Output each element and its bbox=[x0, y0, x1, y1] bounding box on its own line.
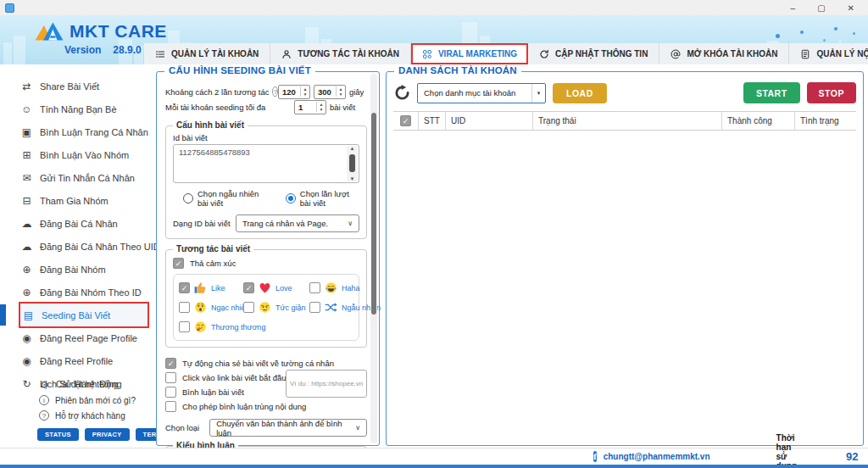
sidebar-item-dang-reel-profile[interactable]: ◉Đăng Reel Profile bbox=[20, 349, 147, 372]
accounts-table-header: STT UID Trạng thái Thành công Tình trạng bbox=[393, 111, 856, 131]
sidebar-item-tinh-nang-ban-be[interactable]: ☺Tính Năng Bạn Bè bbox=[20, 98, 147, 120]
skyline-decoration bbox=[3, 42, 12, 64]
post-id-input[interactable]: 1127564885478893 ▲▼ bbox=[173, 144, 359, 183]
spinner-arrows-icon[interactable]: ▲▼ bbox=[316, 102, 326, 112]
skyline-decoration bbox=[14, 36, 25, 64]
upload-cloud-icon: ☁ bbox=[20, 218, 33, 230]
auto-share-checkbox[interactable]: Tự động chia sẻ bài viết về tường cá nhâ… bbox=[165, 356, 367, 370]
maximize-button[interactable]: ▢ bbox=[817, 3, 825, 13]
column-header-uid: UID bbox=[446, 112, 533, 130]
max-seeding-input[interactable]: 1▲▼ bbox=[294, 100, 326, 114]
care-icon bbox=[194, 320, 207, 333]
tab-viral-marketing[interactable]: VIRAL MARKETING bbox=[411, 43, 528, 64]
app-title: MKT CARE bbox=[70, 21, 167, 42]
friends-icon: ☺ bbox=[20, 103, 33, 115]
tab-tuong-tac-tai-khoan[interactable]: TƯƠNG TÁC TÀI KHOẢN bbox=[270, 43, 411, 64]
haha-icon bbox=[325, 281, 337, 294]
comment-type-select[interactable]: Chuyển văn bản thành ảnh để bình luận∨ bbox=[209, 419, 367, 437]
select-all-checkbox[interactable] bbox=[393, 112, 419, 130]
comment-group-icon: ⊞ bbox=[20, 149, 33, 161]
sidebar-item-tham-gia-nhom[interactable]: ⊟Tham Gia Nhóm bbox=[20, 189, 147, 212]
id-type-select[interactable]: Trang cá nhân và Page.∨ bbox=[236, 214, 359, 232]
app-icon bbox=[5, 3, 14, 13]
allow-duplicate-checkbox[interactable]: Cho phép bình luận trùng nội dung bbox=[165, 399, 367, 414]
expiry-label: Thời hạn sử dụng còn : bbox=[776, 433, 797, 468]
spinner-arrows-icon[interactable]: ▲▼ bbox=[336, 86, 345, 97]
checkbox-unchecked-icon bbox=[179, 321, 190, 332]
textarea-scrollbar[interactable]: ▲▼ bbox=[347, 146, 358, 181]
status-button[interactable]: STATUS bbox=[37, 428, 79, 441]
reaction-love-checkbox[interactable]: Love bbox=[243, 281, 309, 294]
interaction-group: Tương tác bài viết Thả cảm xúc Like Love… bbox=[165, 249, 367, 348]
sidebar-item-gui-tin-nhan-ca-nhan[interactable]: ✉Gửi Tin Nhắn Cá Nhân bbox=[20, 166, 147, 189]
sidebar-item-dang-reel-page-profile[interactable]: ◉Đăng Reel Page Profile bbox=[20, 326, 147, 349]
checkbox-checked-icon bbox=[243, 282, 254, 293]
random-post-radio[interactable]: Chọn ngẫu nhiên bài viết bbox=[183, 189, 267, 208]
sidebar-item-binh-luan-vao-nhom[interactable]: ⊞Bình Luận Vào Nhóm bbox=[20, 143, 147, 166]
sidebar-item-dang-bai-ca-nhan-theo-uid[interactable]: ☁Đăng Bài Cá Nhân Theo UID bbox=[20, 235, 147, 258]
comment-type-label: Chọn loại bbox=[165, 423, 199, 432]
titlebar: – ▢ ✕ bbox=[0, 0, 868, 15]
interaction-title: Tương tác bài viết bbox=[173, 244, 253, 254]
checkbox-unchecked-icon bbox=[309, 302, 320, 313]
whats-new-link[interactable]: iPhiên bản mới có gì? bbox=[39, 395, 154, 405]
start-button[interactable]: START bbox=[743, 82, 800, 103]
dots-decoration bbox=[839, 41, 841, 42]
interval-max-input[interactable]: 300▲▼ bbox=[314, 85, 346, 99]
sidebar-item-share-bai-viet[interactable]: ⇄Share Bài Viết bbox=[20, 75, 147, 98]
sequential-post-radio[interactable]: Chọn lần lượt bài viết bbox=[286, 189, 359, 208]
seeding-config-panel: CẤU HÌNH SEEDING BÀI VIẾT Khoảng cách 2 … bbox=[156, 71, 380, 446]
close-button[interactable]: ✕ bbox=[848, 3, 854, 13]
tab-mo-khoa-tai-khoan[interactable]: MỞ KHÓA TÀI KHOẢN bbox=[659, 43, 789, 64]
chevron-down-icon: ∨ bbox=[348, 220, 353, 227]
checkbox-unchecked-icon bbox=[165, 401, 176, 412]
interval-label: Khoảng cách 2 lần tương tác bbox=[165, 87, 269, 97]
checkbox-checked-icon bbox=[173, 258, 184, 269]
config-scrollbar[interactable] bbox=[370, 74, 377, 443]
reaction-wow-checkbox[interactable]: Ngạc nhiên bbox=[179, 301, 243, 314]
statusbar: f chungtt@phanmemmkt.vn Thời hạn sử dụng… bbox=[0, 448, 868, 465]
chevron-down-icon: ▾ bbox=[531, 84, 545, 103]
header: MKT CARE Version 28.9.0 QUẢN LÝ TÀI KHOẢ… bbox=[0, 15, 868, 64]
sidebar-item-dang-bai-nhom-theo-id[interactable]: ⊕Đăng Bài Nhóm Theo ID bbox=[20, 281, 147, 304]
message-icon: ✉ bbox=[20, 172, 33, 184]
account-list-icon bbox=[155, 49, 165, 59]
interval-min-input[interactable]: 120▲▼ bbox=[278, 85, 310, 99]
minimize-button[interactable]: – bbox=[791, 3, 796, 13]
scrollbar-thumb[interactable] bbox=[371, 113, 376, 315]
tab-quan-ly-tai-khoan[interactable]: QUẢN LÝ TÀI KHOẢN bbox=[144, 43, 270, 64]
load-button[interactable]: LOAD bbox=[553, 83, 607, 103]
column-header-tinh-trang: Tình trạng bbox=[795, 112, 856, 130]
sidebar-item-dang-bai-nhom[interactable]: ⊕Đăng Bài Nhóm bbox=[20, 258, 147, 281]
sidebar-item-dang-bai-ca-nhan[interactable]: ☁Đăng Bài Cá Nhân bbox=[20, 212, 147, 235]
reaction-care-checkbox[interactable]: Thương thương bbox=[179, 320, 381, 333]
version-number: 28.9.0 bbox=[113, 44, 141, 56]
bottom-accent-strip bbox=[0, 465, 868, 468]
stop-button[interactable]: STOP bbox=[807, 82, 856, 103]
account-email: chungtt@phanmemmkt.vn bbox=[604, 452, 710, 461]
reel-icon: ◉ bbox=[20, 355, 33, 367]
reaction-angry-checkbox[interactable]: Tức giận bbox=[243, 301, 309, 314]
interval-unit: giây bbox=[349, 87, 387, 97]
reel-icon: ◉ bbox=[20, 332, 33, 344]
checkbox-checked-icon bbox=[400, 115, 411, 126]
checkbox-unchecked-icon bbox=[243, 302, 254, 313]
tab-cap-nhat-thong-tin[interactable]: CẬP NHẬT THÔNG TIN bbox=[528, 43, 659, 64]
privacy-button[interactable]: PRIVACY bbox=[85, 428, 130, 441]
upload-cloud-icon: ☁ bbox=[20, 241, 33, 253]
account-category-select[interactable]: Chọn danh mục tài khoản ▾ bbox=[417, 83, 546, 103]
sidebar-item-seeding-bai-viet[interactable]: ▤Seeding Bài Viết bbox=[20, 304, 147, 326]
support-link[interactable]: ?Hỗ trợ khách hàng bbox=[39, 410, 154, 421]
tab-quan-ly-noi-dung[interactable]: QUẢN LÝ NỘI DUNG bbox=[789, 43, 868, 64]
settings-link[interactable]: ⚙Cài đặt hệ thống bbox=[39, 379, 154, 390]
sidebar-item-binh-luan-trang-ca-nhan[interactable]: ▣Bình Luận Trang Cá Nhân bbox=[20, 120, 147, 143]
dots-decoration bbox=[823, 39, 826, 42]
post-config-group: Cấu hình bài viết Id bài viết 1127564885… bbox=[165, 125, 367, 239]
seeding-icon: ▤ bbox=[22, 309, 35, 321]
scrollbar-thumb[interactable] bbox=[349, 154, 355, 172]
drop-emotion-checkbox[interactable]: Thả cảm xúc bbox=[173, 258, 359, 269]
reload-categories-icon[interactable] bbox=[393, 85, 410, 102]
link-prefix-input[interactable] bbox=[286, 370, 367, 398]
reaction-like-checkbox[interactable]: Like bbox=[179, 281, 243, 294]
spinner-arrows-icon[interactable]: ▲▼ bbox=[300, 86, 309, 97]
